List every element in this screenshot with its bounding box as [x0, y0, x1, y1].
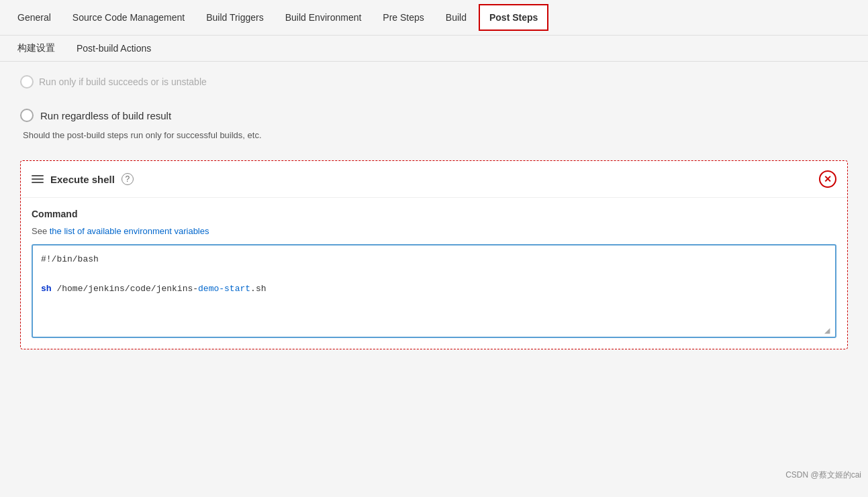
tab-source-code[interactable]: Source Code Management — [62, 3, 195, 32]
close-button[interactable]: ✕ — [819, 170, 836, 188]
run-regardless-radio[interactable] — [20, 109, 34, 122]
code-line-1: #!/bin/bash — [41, 252, 827, 267]
second-nav: 构建设置 Post-build Actions — [0, 36, 868, 62]
run-regardless-help: Should the post-build steps run only for… — [20, 130, 848, 140]
run-only-radio[interactable] — [20, 75, 34, 89]
run-only-row: Run only if build succeeds or is unstabl… — [20, 75, 848, 89]
tab-build-environment[interactable]: Build Environment — [275, 3, 373, 32]
run-only-label: Run only if build succeeds or is unstabl… — [39, 76, 207, 87]
code-line-2 — [41, 267, 827, 282]
code-highlight: demo-start — [198, 284, 250, 294]
drag-handle-icon[interactable] — [32, 175, 44, 183]
env-vars-text: See the list of available environment va… — [32, 226, 836, 236]
main-content: Run only if build succeeds or is unstabl… — [0, 62, 868, 464]
code-path: /home/jenkins/code/jenkins- — [56, 284, 198, 294]
card-header-left: Execute shell ? — [32, 173, 134, 185]
command-textarea[interactable]: #!/bin/bash sh /home/jenkins/code/jenkin… — [32, 244, 836, 338]
top-nav: General Source Code Management Build Tri… — [0, 0, 868, 36]
resize-handle-icon[interactable]: ◢ — [824, 326, 832, 334]
code-line-3: sh /home/jenkins/code/jenkins-demo-start… — [41, 282, 827, 296]
card-header: Execute shell ? ✕ — [21, 161, 847, 198]
execute-shell-card: Execute shell ? ✕ Command See the list o… — [20, 160, 848, 349]
execute-shell-title: Execute shell — [50, 174, 115, 185]
card-body: Command See the list of available enviro… — [21, 198, 847, 349]
code-sh-keyword: sh — [41, 284, 52, 294]
tab-build[interactable]: Build — [435, 3, 477, 32]
run-regardless-label: Run regardless of build result — [40, 110, 171, 121]
tab-post-steps[interactable]: Post Steps — [479, 4, 548, 31]
code-path-2: .sh — [250, 284, 266, 294]
env-vars-link[interactable]: the list of available environment variab… — [50, 226, 209, 236]
command-label: Command — [32, 209, 836, 219]
tab-build-settings[interactable]: 构建设置 — [7, 36, 66, 61]
run-regardless-row: Run regardless of build result — [20, 109, 848, 122]
help-badge-icon[interactable]: ? — [122, 173, 134, 185]
tab-build-triggers[interactable]: Build Triggers — [195, 3, 275, 32]
tab-general[interactable]: General — [7, 3, 62, 32]
tab-post-build[interactable]: Post-build Actions — [66, 36, 162, 60]
tab-pre-steps[interactable]: Pre Steps — [372, 3, 434, 32]
watermark: CSDN @蔡文姬的cai — [0, 464, 868, 486]
